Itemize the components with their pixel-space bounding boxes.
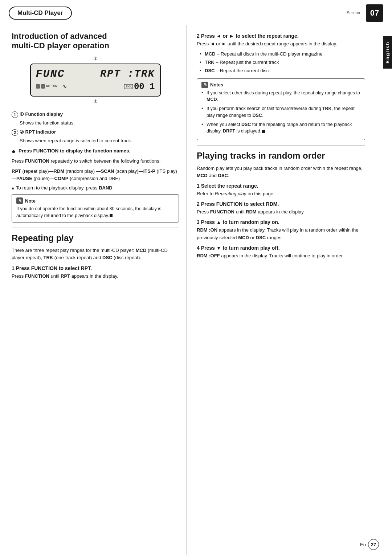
random-step4-heading: 4 Press ▼ to turn random play off. <box>197 245 365 251</box>
callout-2-title: ② RPT indicator <box>20 129 56 135</box>
random-step3-label: 3 Press ▲ to turn random play on. <box>197 219 279 225</box>
section-label: Section <box>347 11 360 15</box>
lcd-wave: ∿ <box>62 83 67 90</box>
random-intro: Random play lets you play back tracks in… <box>197 165 365 179</box>
left-column: Introduction of advancedmulti-CD player … <box>9 25 187 555</box>
random-title: Playing tracks in random order <box>197 151 365 161</box>
repeating-title: Repeating play <box>12 233 179 244</box>
note-text: If you do not operate the function withi… <box>16 205 174 219</box>
callout-2-body: Shows when repeat range is selected to c… <box>20 137 179 144</box>
lcd-rpt-trk-label: RPT :TRK <box>100 68 155 79</box>
bullet-dot: ● <box>12 148 16 155</box>
press-func-title: Press FUNCTION to display the function n… <box>19 148 130 154</box>
top-bar: Multi-CD Player Section 07 <box>0 0 392 25</box>
note-item-2: If you perform track search or fast forw… <box>201 105 360 119</box>
note-square <box>110 214 113 217</box>
lcd-digits: 00 1 <box>134 82 155 91</box>
divider-2 <box>197 145 365 146</box>
note-header: ✎ Note <box>16 197 174 204</box>
step1-label: 1 Press FUNCTION to select RPT. <box>12 265 92 271</box>
section-info: Section 07 <box>347 4 383 22</box>
note-3-square <box>262 130 265 133</box>
step2-heading: 2 Press ◄ or ► to select the repeat rang… <box>197 33 365 39</box>
main-content: Introduction of advancedmulti-CD player … <box>0 25 392 555</box>
press-func-body1: Press FUNCTION repeatedly to switch betw… <box>12 158 179 165</box>
sq-bullet-band: ■ To return to the playback display, pre… <box>12 185 179 191</box>
lcd-bottom-left: — — RPT SW · ∿ <box>36 83 67 90</box>
callout-2-number: 2 <box>12 129 18 136</box>
note-box: ✎ Note If you do not operate the functio… <box>12 194 179 223</box>
note-icon: ✎ <box>16 197 23 204</box>
lcd-top-row: FUNC RPT :TRK <box>36 68 155 80</box>
repeat-options-list: MCD – Repeat all discs in the multi-CD p… <box>200 50 365 74</box>
list-item-mcd: MCD – Repeat all discs in the multi-CD p… <box>200 50 365 58</box>
random-step2-label: 2 Press FUNCTION to select RDM. <box>197 201 279 207</box>
callout-1-title: ① Function display <box>20 111 63 117</box>
callout-1-number: 1 <box>12 111 18 118</box>
step1-body: Press FUNCTION until RPT appears in the … <box>12 273 179 280</box>
section-number: 07 <box>366 4 383 22</box>
sq-bullet-icon: ■ <box>12 186 14 190</box>
lcd-sw: SW · <box>53 85 61 88</box>
random-step3-heading: 3 Press ▲ to turn random play on. <box>197 219 365 225</box>
callout-1-label-line: 1 ① Function display <box>12 111 179 118</box>
divider-1 <box>12 228 179 228</box>
lcd-trk-box: TRK <box>124 84 133 89</box>
callout-2-label-line: 2 ② RPT indicator <box>12 129 179 136</box>
callout-1-section: 1 ① Function display Shows the function … <box>12 111 179 127</box>
intro-title: Introduction of advancedmulti-CD player … <box>12 32 179 51</box>
lcd-callout-2: ② <box>30 99 161 104</box>
notes-box: ✎ Notes If you select other discs during… <box>197 78 365 140</box>
step2-body: Press ◄ or ► until the desired repeat ra… <box>197 40 365 48</box>
step2-label: 2 Press ◄ or ► to select the repeat rang… <box>197 33 299 39</box>
note-item-1: If you select other discs during repeat … <box>201 90 360 103</box>
lcd-rpt-small: RPT <box>46 85 52 88</box>
en-label: En <box>360 542 366 547</box>
lcd-callout-1: ① <box>30 56 161 61</box>
random-step4-body: RDM :OFF appears in the display. Tracks … <box>197 252 365 260</box>
lcd-func-label: FUNC <box>36 68 65 80</box>
note-label: Note <box>25 198 36 204</box>
right-column: 2 Press ◄ or ► to select the repeat rang… <box>187 25 383 555</box>
lcd-display-container: ① FUNC RPT :TRK — — RPT SW · ∿ TRK <box>30 56 161 104</box>
random-step1-heading: 1 Select the repeat range. <box>197 183 365 189</box>
callout-1-body: Shows the function status. <box>20 119 179 127</box>
list-item-trk: TRK – Repeat just the current track <box>200 59 365 66</box>
header-badge: Multi-CD Player <box>9 7 72 20</box>
sq-bullet-text: To return to the playback display, press… <box>16 185 114 191</box>
random-step2-heading: 2 Press FUNCTION to select RDM. <box>197 201 365 207</box>
language-label: English <box>383 36 392 69</box>
lcd-seg2: — <box>41 84 45 89</box>
repeating-intro: There are three repeat play ranges for t… <box>12 247 179 261</box>
notes-label: Notes <box>210 82 223 87</box>
bottom-bar: En 27 <box>0 539 392 550</box>
page-number-badge: 27 <box>368 539 379 550</box>
note-item-3: When you select DSC for the repeating ra… <box>201 121 360 135</box>
step1-heading: 1 Press FUNCTION to select RPT. <box>12 265 179 271</box>
lcd-seg1: — <box>36 84 40 89</box>
lcd-right-section: TRK 00 1 <box>124 82 155 91</box>
lcd-screen: FUNC RPT :TRK — — RPT SW · ∿ TRK 00 1 <box>30 64 161 97</box>
list-item-dsc: DSC – Repeat the current disc <box>200 67 365 74</box>
press-func-body2: RPT (repeat play)—RDM (random play) —SCA… <box>12 168 179 182</box>
random-step2-body: Press FUNCTION until RDM appears in the … <box>197 208 365 216</box>
random-step1-body: Refer to Repeating play on this page. <box>197 190 365 197</box>
press-function-heading: ● Press FUNCTION to display the function… <box>12 148 179 155</box>
lcd-bottom-row: — — RPT SW · ∿ TRK 00 1 <box>36 82 155 91</box>
notes-list: If you select other discs during repeat … <box>201 90 360 135</box>
random-step3-body: RDM :ON appears in the display. Tracks w… <box>197 227 365 241</box>
callout-2-section: 2 ② RPT indicator Shows when repeat rang… <box>12 129 179 144</box>
notes-icon: ✎ <box>201 82 208 88</box>
notes-header: ✎ Notes <box>201 82 360 88</box>
random-step4-label: 4 Press ▼ to turn random play off. <box>197 245 280 251</box>
random-step1-label: 1 Select the repeat range. <box>197 183 258 189</box>
